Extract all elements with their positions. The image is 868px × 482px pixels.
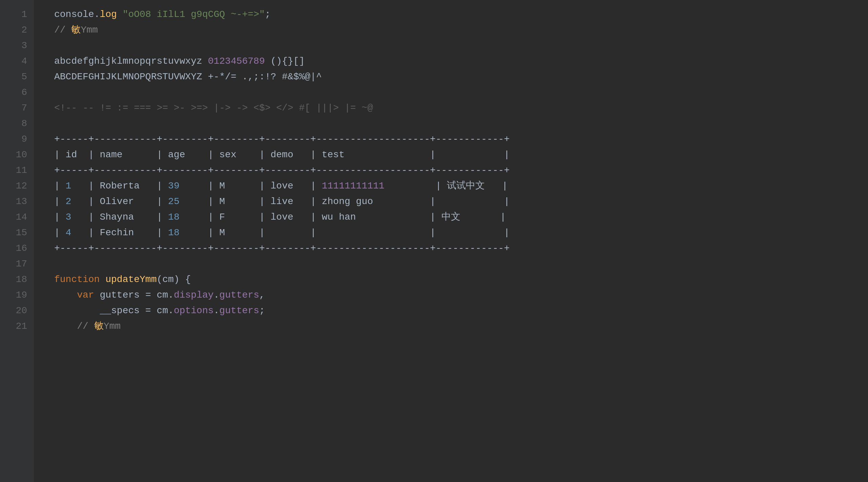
code-area[interactable]: console.log "oO08 iIlL1 g9qCGQ ~-+=>"; /… [34, 0, 868, 482]
tb-12-1: | [54, 179, 66, 194]
comma-19: , [259, 288, 265, 303]
code-line-5: ABCDEFGHIJKLMNOPQRSTUVWXYZ +-*/= .,;:!? … [54, 69, 868, 85]
code-line-18: function updateYmm(cm) { [54, 272, 868, 287]
tb-15-2: | Fechin | [71, 225, 168, 241]
table-header: | id | name | age | sex | demo | test | … [54, 147, 510, 163]
line-num-3: 3 [0, 38, 34, 54]
line-num-9: 9 [0, 132, 34, 147]
line-num-11: 11 [0, 163, 34, 178]
line-num-18: 18 [0, 272, 34, 287]
tb-13-2: | Oliver | [71, 194, 168, 209]
code-line-19: var gutters = cm.display.gutters, [54, 287, 868, 303]
gutters-prop-20: gutters [219, 303, 259, 319]
code-line-3 [54, 38, 868, 54]
digits: 0123456789 [208, 54, 265, 69]
line-num-1: 1 [0, 7, 34, 22]
cm-ref-20: cm [157, 303, 168, 319]
code-line-8 [54, 116, 868, 132]
line-num-4: 4 [0, 54, 34, 69]
code-line-2: // 敏Ymm [54, 22, 868, 38]
comment-ymm-21: Ymm [104, 319, 121, 334]
uppercase-alpha: ABCDEFGHIJKLMNOPQRSTUVWXYZ +-*/= .,;:!? … [54, 69, 322, 85]
tb-14-id: 3 [66, 210, 71, 225]
line-num-13: 13 [0, 194, 34, 209]
tb-15-id: 4 [66, 225, 71, 241]
dot-20a: . [168, 303, 174, 319]
semi-20: ; [259, 303, 265, 319]
specs-var: __specs [100, 303, 140, 319]
function-keyword: function [54, 272, 100, 287]
tb-12-4: | 试试中文 | [385, 179, 508, 194]
line-num-15: 15 [0, 225, 34, 241]
line-num-21: 21 [0, 319, 34, 334]
line-num-16: 16 [0, 241, 34, 256]
options-prop: options [174, 303, 214, 319]
code-line-15: | 4 | Fechin | 18 | M | | | | [54, 225, 868, 241]
code-line-11: +-----+-----------+--------+--------+---… [54, 163, 868, 178]
code-line-21: // 敏Ymm [54, 319, 868, 334]
code-line-9: +-----+-----------+--------+--------+---… [54, 132, 868, 147]
tb-12-id: 1 [66, 179, 71, 194]
line-num-10: 10 [0, 147, 34, 163]
code-line-7: <!-- -- != := === >= >- >=> |-> -> <$> <… [54, 100, 868, 116]
function-name: updateYmm [105, 272, 157, 287]
var-gutters: gutters [100, 288, 140, 303]
code-line-13: | 2 | Oliver | 25 | M | live | zhong guo… [54, 194, 868, 209]
space-19 [94, 288, 100, 303]
tb-13-age: 25 [168, 194, 180, 209]
code-line-6 [54, 85, 868, 100]
tb-12-3: | M | love | [180, 179, 322, 194]
comment-zh-21: 敏 [94, 319, 104, 334]
space-18b: { [180, 272, 191, 287]
editor-container: 1 2 3 4 5 6 7 8 9 10 11 12 13 14 15 16 1… [0, 0, 868, 482]
table-top-border: +-----+-----------+--------+--------+---… [54, 132, 510, 147]
tb-12-test: 11111111111 [322, 179, 385, 194]
dot-operator: . [94, 7, 100, 22]
line-num-6: 6 [0, 85, 34, 100]
semicolon-1: ; [265, 7, 271, 22]
code-line-16: +-----+-----------+--------+--------+---… [54, 241, 868, 256]
line-num-12: 12 [0, 178, 34, 194]
space [117, 7, 123, 22]
dot-19b: . [214, 288, 220, 303]
comment-slash-21: // [77, 319, 94, 334]
line-num-19: 19 [0, 287, 34, 303]
tb-15-3: | M | | | | [180, 225, 510, 241]
tb-14-2: | Shayna | [71, 210, 168, 225]
tb-14-3: | F | love | wu han | 中文 | [180, 210, 506, 225]
code-line-12: | 1 | Roberta | 39 | M | love | 11111111… [54, 178, 868, 194]
code-line-17 [54, 256, 868, 272]
code-line-1: console.log "oO08 iIlL1 g9qCGQ ~-+=>"; [54, 7, 868, 22]
brackets: (){}[] [265, 54, 305, 69]
table-sep-border: +-----+-----------+--------+--------+---… [54, 163, 510, 178]
param-cm: cm [162, 272, 174, 287]
tb-13-1: | [54, 194, 66, 209]
tb-13-id: 2 [66, 194, 71, 209]
tb-14-age: 18 [168, 210, 180, 225]
line-num-8: 8 [0, 116, 34, 132]
space-18 [100, 272, 105, 287]
code-line-14: | 3 | Shayna | 18 | F | love | wu han | … [54, 209, 868, 225]
line-num-2: 2 [0, 22, 34, 38]
dot-19a: . [168, 288, 174, 303]
assign-19: = [140, 288, 157, 303]
table-bottom-border: +-----+-----------+--------+--------+---… [54, 241, 510, 256]
tb-15-age: 18 [168, 225, 180, 241]
indent-21 [54, 319, 77, 334]
line-num-20: 20 [0, 303, 34, 319]
cm-ref-19: cm [157, 288, 168, 303]
lowercase-alpha: abcdefghijklmnopqrstuvwxyz [54, 54, 208, 69]
gutters-prop-19: gutters [219, 288, 259, 303]
paren-open: ( [157, 272, 162, 287]
tb-13-3: | M | live | zhong guo | | [180, 194, 510, 209]
line-numbers: 1 2 3 4 5 6 7 8 9 10 11 12 13 14 15 16 1… [0, 0, 34, 482]
code-line-20: __specs = cm.options.gutters; [54, 303, 868, 319]
indent-20 [54, 303, 100, 319]
display-prop: display [174, 288, 214, 303]
dot-20b: . [214, 303, 220, 319]
line-num-5: 5 [0, 69, 34, 85]
comment-ymm-2: Ymm [81, 23, 98, 38]
line-num-14: 14 [0, 209, 34, 225]
tb-12-age: 39 [168, 179, 180, 194]
log-method: log [100, 7, 117, 22]
